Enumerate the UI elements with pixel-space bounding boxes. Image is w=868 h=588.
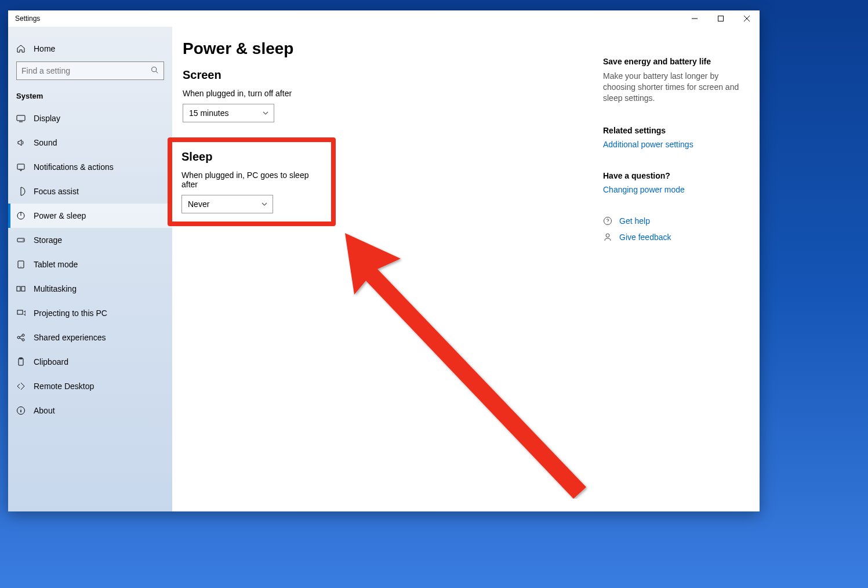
notifications-icon [16,162,26,172]
search-wrap [8,59,172,87]
nav-item-label: Tablet mode [34,260,78,269]
svg-point-12 [17,336,20,339]
home-icon [16,44,26,53]
projecting-icon [16,308,26,318]
nav-item-label: Notifications & actions [34,162,114,172]
close-button[interactable] [733,10,760,27]
aside-column: Save energy and battery life Make your b… [603,37,742,500]
storage-icon [16,235,26,245]
nav-item-label: Power & sleep [34,211,86,220]
window-controls [681,10,760,27]
chevron-down-icon [261,201,268,208]
page-title: Power & sleep [183,39,580,58]
svg-rect-0 [718,16,723,21]
focus-assist-icon [16,187,26,196]
nav-item-label: Clipboard [34,357,68,366]
sound-icon [16,138,26,147]
maximize-button[interactable] [707,10,733,27]
nav-item-label: Display [34,114,60,123]
sleep-timeout-select[interactable]: Never [181,195,273,213]
nav-item-clipboard[interactable]: Clipboard [8,350,172,374]
search-icon [151,66,158,76]
aside-help-label: Get help [619,216,650,226]
svg-rect-9 [17,286,20,291]
svg-rect-3 [17,164,24,169]
window-title: Settings [15,14,40,23]
sleep-section-heading: Sleep [181,150,322,164]
svg-point-13 [22,334,24,336]
svg-point-6 [23,239,24,241]
nav-item-label: Storage [34,235,62,245]
nav-item-label: Sound [34,138,57,147]
nav-item-shared-experiences[interactable]: Shared experiences [8,325,172,350]
nav-item-power-sleep[interactable]: Power & sleep [8,204,172,228]
sidebar: Home System Display Sound [8,27,172,511]
aside-question-heading: Have a question? [603,171,742,180]
aside-feedback-label: Give feedback [619,233,671,242]
shared-icon [16,333,26,342]
body-area: Home System Display Sound [8,27,760,511]
settings-window: Settings Home [8,10,760,511]
sleep-field-label: When plugged in, PC goes to sleep after [181,170,322,189]
nav-item-projecting[interactable]: Projecting to this PC [8,301,172,325]
screen-field-label: When plugged in, turn off after [183,89,580,98]
remote-desktop-icon [16,382,26,391]
svg-rect-10 [21,286,25,291]
aside-question-link[interactable]: Changing power mode [603,185,742,194]
nav-item-label: Remote Desktop [34,382,94,391]
nav-item-remote-desktop[interactable]: Remote Desktop [8,374,172,398]
aside-help-row[interactable]: Get help [603,216,742,226]
svg-rect-11 [17,310,23,314]
svg-point-1 [152,67,157,72]
power-icon [16,211,26,220]
display-icon [16,114,26,123]
content: Power & sleep Screen When plugged in, tu… [172,27,760,511]
main-column: Power & sleep Screen When plugged in, tu… [183,37,580,500]
nav-item-label: Projecting to this PC [34,308,107,318]
nav-item-label: Multitasking [34,284,77,293]
aside-energy-text: Make your battery last longer by choosin… [603,71,742,104]
aside-feedback-row[interactable]: Give feedback [603,233,742,242]
sidebar-category: System [8,87,172,106]
aside-related-heading: Related settings [603,126,742,135]
screen-section-heading: Screen [183,68,580,82]
chevron-down-icon [262,110,269,117]
sleep-timeout-value: Never [188,199,209,209]
nav-item-tablet-mode[interactable]: Tablet mode [8,252,172,277]
about-icon [16,406,26,415]
svg-point-19 [606,234,609,237]
nav-home-label: Home [34,44,55,53]
maximize-icon [718,16,724,21]
clipboard-icon [16,357,26,366]
nav-item-multitasking[interactable]: Multitasking [8,277,172,301]
tablet-icon [16,260,26,269]
feedback-icon [603,233,612,242]
search-input[interactable] [16,61,164,80]
svg-rect-2 [17,115,25,121]
nav-list: Display Sound Notifications & actions Fo… [8,106,172,423]
multitasking-icon [16,284,26,293]
screen-timeout-value: 15 minutes [189,108,228,118]
nav-home[interactable]: Home [8,38,172,59]
nav-item-label: About [34,406,55,415]
nav-item-about[interactable]: About [8,398,172,423]
svg-point-8 [20,266,21,267]
minimize-icon [692,16,698,21]
titlebar: Settings [8,10,760,27]
annotation-highlight-box: Sleep When plugged in, PC goes to sleep … [168,137,336,226]
nav-item-sound[interactable]: Sound [8,130,172,155]
nav-item-display[interactable]: Display [8,106,172,130]
aside-energy-heading: Save energy and battery life [603,57,742,66]
aside-related-link[interactable]: Additional power settings [603,140,742,149]
screen-timeout-select[interactable]: 15 minutes [183,104,274,122]
nav-item-focus-assist[interactable]: Focus assist [8,179,172,204]
svg-point-14 [22,339,24,341]
nav-item-storage[interactable]: Storage [8,228,172,252]
close-icon [744,16,750,21]
nav-item-label: Focus assist [34,187,79,196]
help-icon [603,216,612,226]
minimize-button[interactable] [681,10,707,27]
nav-item-label: Shared experiences [34,333,106,342]
nav-item-notifications[interactable]: Notifications & actions [8,155,172,179]
svg-rect-15 [19,358,23,365]
